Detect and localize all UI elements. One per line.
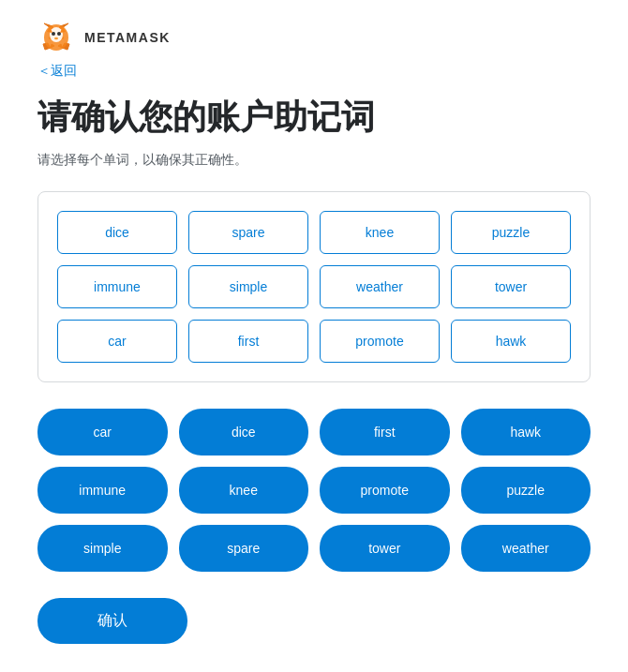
- selected-word-button[interactable]: first: [320, 409, 450, 455]
- svg-point-9: [50, 27, 63, 42]
- selected-word-button[interactable]: spare: [179, 525, 309, 572]
- brand-name: METAMASK: [84, 30, 171, 45]
- word-slot[interactable]: simple: [188, 265, 308, 308]
- selected-word-button[interactable]: puzzle: [461, 467, 591, 514]
- word-slot[interactable]: immune: [57, 265, 177, 308]
- word-slot[interactable]: hawk: [451, 320, 571, 363]
- word-slot[interactable]: puzzle: [451, 211, 571, 254]
- page-title: 请确认您的账户助记词: [37, 97, 591, 137]
- selected-word-button[interactable]: weather: [461, 525, 591, 572]
- confirm-button[interactable]: 确认: [37, 598, 187, 644]
- selected-word-button[interactable]: promote: [320, 467, 450, 514]
- word-slot[interactable]: promote: [320, 320, 440, 363]
- metamask-logo: [37, 19, 75, 56]
- selected-word-button[interactable]: knee: [179, 467, 309, 514]
- word-slot[interactable]: weather: [320, 265, 440, 308]
- selected-grid: cardicefirsthawkimmunekneepromotepuzzles…: [37, 409, 591, 572]
- word-slot[interactable]: tower: [451, 265, 571, 308]
- selected-word-button[interactable]: car: [37, 409, 168, 455]
- word-slot[interactable]: first: [188, 320, 308, 363]
- word-grid-container: dicesparekneepuzzleimmunesimpleweatherto…: [37, 191, 591, 382]
- selected-word-button[interactable]: tower: [320, 525, 450, 572]
- selected-word-button[interactable]: hawk: [461, 409, 591, 455]
- selected-word-button[interactable]: simple: [37, 525, 168, 572]
- selected-words-section: cardicefirsthawkimmunekneepromotepuzzles…: [37, 409, 591, 572]
- header: METAMASK: [37, 19, 591, 56]
- selected-word-button[interactable]: dice: [179, 409, 309, 455]
- word-slot[interactable]: knee: [320, 211, 440, 254]
- svg-point-14: [54, 37, 58, 39]
- word-slot[interactable]: car: [57, 320, 177, 363]
- word-grid: dicesparekneepuzzleimmunesimpleweatherto…: [57, 211, 571, 363]
- selected-word-button[interactable]: immune: [37, 467, 168, 514]
- back-link[interactable]: ＜返回: [37, 63, 77, 80]
- subtitle: 请选择每个单词，以确保其正确性。: [37, 152, 591, 169]
- word-slot[interactable]: dice: [57, 211, 177, 254]
- word-slot[interactable]: spare: [188, 211, 308, 254]
